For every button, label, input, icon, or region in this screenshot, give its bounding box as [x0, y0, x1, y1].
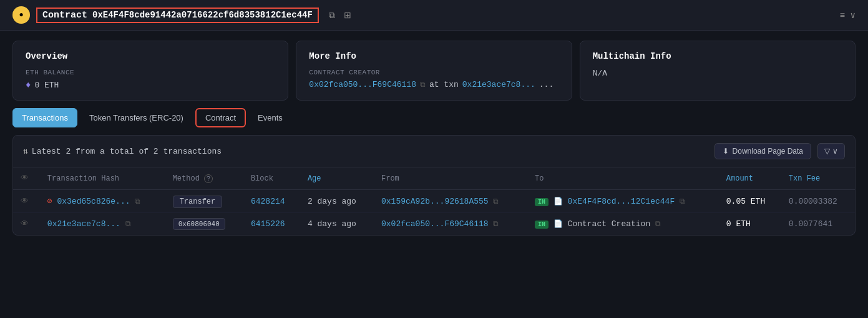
copy-address-button[interactable]: ⧉	[328, 9, 336, 22]
table-row: 👁 0x21e3ace7c8... ⧉ 0x60806040 6415226 4…	[13, 213, 855, 236]
header-bar: ● Contract 0xE4F4F8cde91442a0716622cf6d8…	[0, 0, 868, 31]
contract-creator-value: 0x02fca050...F69C46118 ⧉ at txn 0x21e3ac…	[309, 80, 558, 89]
list-view-icon[interactable]: ≡ ∨	[840, 10, 856, 21]
header-icons: ⧉ ⊞	[328, 9, 353, 22]
row2-method: 0x60806040	[165, 213, 243, 236]
table-summary-text: Latest 2 from a total of 2 transactions	[32, 147, 222, 156]
col-block: Block	[243, 167, 300, 190]
copy-txhash-icon[interactable]: ⧉	[125, 220, 131, 229]
transactions-table: 👁 Transaction Hash Method ? Block Age Fr…	[13, 167, 855, 235]
row2-age: 4 days ago	[300, 213, 374, 236]
table-column-headers: 👁 Transaction Hash Method ? Block Age Fr…	[13, 167, 855, 190]
row1-txnfee: 0.00003382	[781, 190, 855, 213]
table-row: 👁 ⊘ 0x3ed65c826e... ⧉ Transfer 6428214 2…	[13, 190, 855, 213]
from-link[interactable]: 0x02fca050...F69C46118	[381, 219, 489, 229]
ellipsis: ...	[539, 80, 553, 89]
multichain-panel: Multichain Info N/A	[580, 41, 856, 101]
contract-file-icon: 📄	[553, 197, 563, 206]
eth-balance-value: ♦ 0 ETH	[26, 80, 275, 90]
copy-to-icon[interactable]: ⧉	[680, 197, 685, 206]
row1-from: 0x159cA92b...92618A555 ⧉	[374, 190, 527, 213]
sort-icon: ⇅	[23, 146, 28, 156]
error-icon: ⊘	[47, 197, 52, 206]
copy-creator-icon[interactable]: ⧉	[420, 81, 426, 89]
eye-icon[interactable]: 👁	[21, 197, 29, 206]
more-info-panel: More Info CONTRACT CREATOR 0x02fca050...…	[296, 41, 572, 101]
creator-address-link[interactable]: 0x02fca050...F69C46118	[309, 80, 416, 89]
eye-col-icon: 👁	[21, 174, 29, 183]
table-summary: ⇅ Latest 2 from a total of 2 transaction…	[23, 146, 222, 156]
row2-amount: 0 ETH	[719, 213, 781, 236]
qr-code-button[interactable]: ⊞	[343, 9, 353, 22]
toolbar-right: ≡ ∨	[840, 10, 856, 21]
table-header-row: ⇅ Latest 2 from a total of 2 transaction…	[13, 136, 855, 167]
copy-from-icon[interactable]: ⧉	[493, 197, 499, 206]
txhash-link[interactable]: 0x21e3ace7c8...	[47, 219, 120, 229]
row2-from: 0x02fca050...F69C46118 ⧉	[374, 213, 527, 236]
panels-row: Overview ETH BALANCE ♦ 0 ETH More Info C…	[0, 31, 868, 108]
col-eye: 👁	[13, 167, 40, 190]
method-badge-code: 0x60806040	[173, 218, 225, 230]
txn-hash-link[interactable]: 0x21e3ace7c8...	[462, 80, 535, 89]
filter-button[interactable]: ▽ ∨	[817, 143, 845, 159]
from-link[interactable]: 0x159cA92b...92618A555	[381, 197, 489, 206]
eye-icon[interactable]: 👁	[21, 219, 29, 229]
contract-avatar: ●	[12, 6, 30, 24]
tab-contract[interactable]: Contract	[195, 108, 246, 127]
contract-address: 0xE4F4F8cde91442a0716622cf6d8353812C1ec4…	[92, 10, 313, 20]
overview-panel: Overview ETH BALANCE ♦ 0 ETH	[12, 41, 288, 101]
method-badge: Transfer	[173, 196, 223, 208]
contract-creator-label: CONTRACT CREATOR	[309, 69, 558, 76]
download-page-data-button[interactable]: ⬇ Download Page Data	[714, 143, 811, 159]
row1-to: IN 📄 0xE4F4F8cd...12C1ec44F ⧉	[527, 190, 719, 213]
in-badge: IN	[535, 221, 549, 229]
table-header-right: ⬇ Download Page Data ▽ ∨	[714, 143, 845, 159]
tabs-row: Transactions Token Transfers (ERC-20) Co…	[0, 108, 868, 135]
col-txnfee: Txn Fee	[781, 167, 855, 190]
col-amount: Amount	[719, 167, 781, 190]
row1-eye: 👁	[13, 190, 40, 213]
contract-text-label: Contract	[42, 10, 87, 21]
col-to: To	[527, 167, 719, 190]
contract-file-icon: 📄	[553, 220, 563, 229]
tab-transactions[interactable]: Transactions	[12, 108, 77, 127]
filter-icon: ▽	[824, 147, 830, 156]
contract-creation-text: Contract Creation	[568, 219, 651, 229]
more-info-title: More Info	[309, 51, 558, 61]
at-txn-label: at txn	[429, 80, 459, 89]
row1-block: 6428214	[243, 190, 300, 213]
col-age: Age	[300, 167, 374, 190]
col-from: From	[374, 167, 527, 190]
eth-balance-label: ETH BALANCE	[26, 69, 275, 76]
row1-amount: 0.05 ETH	[719, 190, 781, 213]
col-txhash: Transaction Hash	[40, 167, 165, 190]
row2-txnfee: 0.0077641	[781, 213, 855, 236]
eth-icon: ♦	[26, 80, 31, 90]
row2-eye: 👁	[13, 213, 40, 236]
eth-balance-amount: 0 ETH	[34, 81, 59, 90]
copy-txhash-icon[interactable]: ⧉	[135, 197, 140, 206]
block-link[interactable]: 6428214	[251, 197, 285, 206]
multichain-value: N/A	[593, 69, 842, 78]
row1-txhash: ⊘ 0x3ed65c826e... ⧉	[40, 190, 165, 213]
tab-token-transfers[interactable]: Token Transfers (ERC-20)	[80, 108, 193, 127]
to-link[interactable]: 0xE4F4F8cd...12C1ec44F	[568, 197, 675, 206]
copy-to-icon[interactable]: ⧉	[655, 220, 661, 229]
contract-label-box: Contract 0xE4F4F8cde91442a0716622cf6d835…	[36, 7, 319, 23]
col-method: Method ?	[165, 167, 243, 190]
row2-to: IN 📄 Contract Creation ⧉	[527, 213, 719, 236]
txhash-link[interactable]: 0x3ed65c826e...	[57, 197, 130, 206]
filter-chevron: ∨	[832, 147, 838, 156]
in-badge: IN	[535, 198, 549, 206]
download-icon: ⬇	[723, 147, 729, 156]
tab-events[interactable]: Events	[248, 108, 292, 127]
row1-method: Transfer	[165, 190, 243, 213]
block-link[interactable]: 6415226	[251, 219, 285, 229]
overview-title: Overview	[26, 51, 275, 61]
download-label: Download Page Data	[733, 147, 803, 156]
multichain-title: Multichain Info	[593, 51, 842, 61]
method-help-icon[interactable]: ?	[204, 174, 213, 183]
transactions-table-section: ⇅ Latest 2 from a total of 2 transaction…	[12, 135, 856, 236]
row1-age: 2 days ago	[300, 190, 374, 213]
copy-from-icon[interactable]: ⧉	[493, 220, 499, 229]
